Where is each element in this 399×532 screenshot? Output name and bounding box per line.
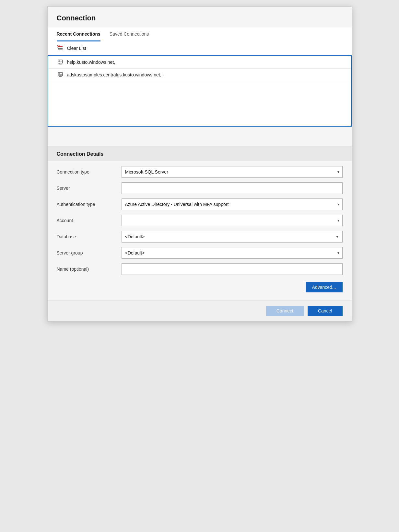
server-row: Server bbox=[57, 182, 343, 194]
server-group-select-wrapper: <Default> ▾ bbox=[122, 247, 343, 259]
auth-type-select[interactable]: Azure Active Directory - Universal with … bbox=[122, 198, 343, 210]
server-group-control: <Default> ▾ bbox=[122, 247, 343, 259]
clear-list-icon bbox=[57, 45, 64, 52]
connection-text-2: adskustosamples.centralus.kusto.windows.… bbox=[67, 72, 164, 77]
connection-dialog: Connection Recent Connections Saved Conn… bbox=[47, 6, 352, 322]
dialog-footer: Connect Cancel bbox=[48, 300, 352, 321]
server-icon-1 bbox=[57, 59, 63, 65]
connection-type-label: Connection type bbox=[57, 169, 122, 175]
connection-type-control: Microsoft SQL Server ▾ bbox=[122, 166, 343, 178]
database-row: Database <Default> ▼ bbox=[57, 231, 343, 243]
dialog-title: Connection bbox=[57, 14, 343, 22]
tabs-section: Recent Connections Saved Connections bbox=[48, 28, 352, 41]
auth-type-control: Azure Active Directory - Universal with … bbox=[122, 198, 343, 210]
tab-recent-connections[interactable]: Recent Connections bbox=[57, 28, 100, 41]
details-form: Connection type Microsoft SQL Server ▾ S… bbox=[48, 161, 352, 300]
server-input[interactable] bbox=[122, 182, 343, 194]
server-group-select[interactable]: <Default> bbox=[122, 247, 343, 259]
server-icon-2 bbox=[57, 72, 63, 78]
connection-item-2[interactable]: adskustosamples.centralus.kusto.windows.… bbox=[48, 69, 351, 81]
database-label: Database bbox=[57, 234, 122, 239]
cancel-button[interactable]: Cancel bbox=[308, 306, 343, 316]
server-label: Server bbox=[57, 186, 122, 191]
clear-list-button[interactable]: Clear List bbox=[48, 41, 352, 55]
name-label: Name (optional) bbox=[57, 266, 122, 272]
connection-details-section: Connection Details Connection type Micro… bbox=[48, 146, 352, 300]
tab-saved-connections[interactable]: Saved Connections bbox=[110, 28, 149, 41]
account-select-wrapper: ▾ bbox=[122, 215, 343, 226]
account-label: Account bbox=[57, 218, 122, 223]
name-control bbox=[122, 263, 343, 275]
spacer bbox=[48, 127, 352, 146]
svg-rect-2 bbox=[58, 50, 63, 50]
connection-type-select-wrapper: Microsoft SQL Server ▾ bbox=[122, 166, 343, 178]
name-input[interactable] bbox=[122, 263, 343, 275]
details-title: Connection Details bbox=[57, 151, 343, 157]
tabs-container: Recent Connections Saved Connections bbox=[57, 28, 343, 41]
connection-type-row: Connection type Microsoft SQL Server ▾ bbox=[57, 166, 343, 178]
connection-text-1: help.kusto.windows.net, bbox=[67, 60, 115, 65]
server-group-row: Server group <Default> ▾ bbox=[57, 247, 343, 259]
server-control bbox=[122, 182, 343, 194]
advanced-row: Advanced... bbox=[57, 282, 343, 292]
database-select[interactable]: <Default> bbox=[122, 231, 343, 243]
database-control: <Default> ▼ bbox=[122, 231, 343, 243]
details-header: Connection Details bbox=[48, 146, 352, 161]
clear-list-label: Clear List bbox=[67, 46, 86, 51]
connection-type-select[interactable]: Microsoft SQL Server bbox=[122, 166, 343, 178]
auth-type-label: Authentication type bbox=[57, 202, 122, 207]
database-select-wrapper: <Default> ▼ bbox=[122, 231, 343, 243]
connect-button[interactable]: Connect bbox=[266, 306, 304, 316]
auth-type-select-wrapper: Azure Active Directory - Universal with … bbox=[122, 198, 343, 210]
account-row: Account ▾ bbox=[57, 215, 343, 226]
connection-item-1[interactable]: help.kusto.windows.net, bbox=[48, 56, 351, 69]
name-row: Name (optional) bbox=[57, 263, 343, 275]
advanced-button[interactable]: Advanced... bbox=[306, 282, 343, 292]
account-select[interactable] bbox=[122, 215, 343, 226]
account-control: ▾ bbox=[122, 215, 343, 226]
svg-rect-1 bbox=[58, 48, 63, 49]
auth-type-row: Authentication type Azure Active Directo… bbox=[57, 198, 343, 210]
connections-list: help.kusto.windows.net, adskustosamples.… bbox=[48, 55, 352, 127]
server-group-label: Server group bbox=[57, 250, 122, 255]
connections-panel: Clear List help.kusto.windows.net, bbox=[48, 41, 352, 127]
dialog-title-section: Connection bbox=[48, 7, 352, 28]
